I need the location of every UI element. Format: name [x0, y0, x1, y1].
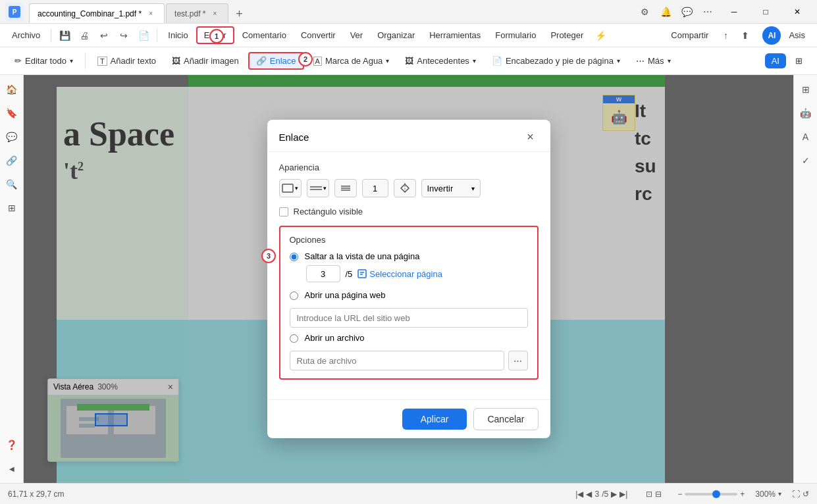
- sidebar-prev-icon[interactable]: ◀: [3, 459, 21, 478]
- link-button[interactable]: 🔗 Enlace: [248, 52, 304, 70]
- radio-file[interactable]: [290, 334, 298, 343]
- radio-file-row: Abrir un archivo: [290, 333, 528, 343]
- zoom-out-icon[interactable]: −: [677, 490, 682, 499]
- edit-all-button[interactable]: ✏ Editar todo ▾: [8, 53, 80, 68]
- menu-herramientas[interactable]: Herramientas: [423, 28, 487, 43]
- fullscreen-icon[interactable]: ⛶: [792, 490, 800, 499]
- right-sidebar: ⊞ 🤖 A ✓: [793, 75, 817, 483]
- header-footer-label: Encabezado y pie de página: [506, 56, 614, 66]
- line-style-button[interactable]: ▾: [307, 179, 329, 197]
- header-footer-button[interactable]: 📄 Encabezado y pie de página ▾: [485, 53, 627, 68]
- link-icon: 🔗: [256, 56, 267, 66]
- add-image-button[interactable]: 🖼 Añadir imagen: [165, 53, 246, 68]
- visible-rect-checkbox[interactable]: [279, 207, 288, 216]
- rotate-icon[interactable]: ↺: [803, 490, 809, 499]
- nav-last-icon[interactable]: ▶|: [619, 490, 627, 499]
- right-panel4-icon[interactable]: ✓: [797, 151, 815, 170]
- align-button[interactable]: [334, 179, 357, 197]
- apply-button[interactable]: Aplicar: [402, 409, 467, 430]
- new-icon[interactable]: 📄: [134, 26, 153, 45]
- maximize-button[interactable]: □: [751, 3, 780, 21]
- invert-select[interactable]: Invertir ▾: [421, 179, 481, 197]
- menu-compartir[interactable]: Compartir: [664, 28, 715, 43]
- svg-rect-10: [358, 270, 366, 278]
- modal-close-button[interactable]: ×: [523, 129, 539, 145]
- nav-next-icon[interactable]: ▶: [611, 490, 617, 499]
- sidebar-comment-icon[interactable]: 💬: [3, 128, 21, 146]
- undo-icon[interactable]: ↩: [95, 26, 113, 45]
- file-path-input[interactable]: [290, 351, 504, 370]
- zoom-slider[interactable]: [685, 493, 737, 495]
- right-panel2-icon[interactable]: 🤖: [797, 104, 815, 122]
- page-number-input[interactable]: [306, 265, 340, 282]
- sidebar-link-icon[interactable]: 🔗: [3, 151, 21, 170]
- color-picker-button[interactable]: [394, 179, 416, 197]
- add-text-button[interactable]: T Añadir texto: [91, 53, 163, 68]
- menu-organizar[interactable]: Organizar: [371, 28, 421, 43]
- menu-inicio[interactable]: Inicio: [161, 28, 194, 43]
- toolbar-sep-1: [85, 53, 86, 69]
- lightning-icon[interactable]: ⚡: [591, 26, 610, 45]
- menu-comentario[interactable]: Comentario: [236, 28, 293, 43]
- sidebar-search-icon[interactable]: 🔍: [3, 175, 21, 193]
- line-style-chevron: ▾: [323, 185, 327, 191]
- fit-page-icon[interactable]: ⊡: [646, 490, 652, 499]
- chat-icon[interactable]: 💬: [677, 3, 696, 21]
- radio-jump[interactable]: [290, 253, 298, 261]
- ai-icon: AI: [772, 56, 779, 66]
- invert-label: Invertir: [427, 184, 454, 193]
- menu-archivo[interactable]: Archivo: [5, 28, 47, 43]
- menu-formulario[interactable]: Formulario: [488, 28, 542, 43]
- appearance-controls: ▾ ▾ 1: [279, 179, 539, 197]
- assist-label[interactable]: Asis: [782, 28, 812, 43]
- zoom-chevron[interactable]: ▾: [778, 490, 781, 497]
- nav-first-icon[interactable]: |◀: [575, 490, 583, 499]
- tab-accounting-close[interactable]: ×: [145, 9, 156, 19]
- share2-icon[interactable]: ↑: [716, 26, 735, 45]
- close-button[interactable]: ✕: [783, 3, 812, 21]
- watermark-button[interactable]: A Marca de Agua ▾: [307, 53, 396, 68]
- right-panel3-icon[interactable]: A: [797, 128, 815, 146]
- dimensions-label: 61,71 x 29,7 cm: [8, 490, 64, 499]
- sidebar-help-icon[interactable]: ❓: [3, 436, 21, 454]
- tab-test[interactable]: test.pdf * ×: [166, 3, 228, 23]
- sidebar-home-icon[interactable]: 🏠: [3, 80, 21, 99]
- menu-proteger[interactable]: Proteger: [544, 28, 590, 43]
- ai-sidebar-button[interactable]: AI: [765, 53, 786, 68]
- settings-icon[interactable]: ⚙: [635, 3, 654, 21]
- file-browse-button[interactable]: ⋯: [508, 351, 528, 370]
- thickness-input[interactable]: 1: [362, 179, 388, 197]
- svg-text:P: P: [13, 9, 17, 16]
- notification-icon[interactable]: 🔔: [656, 3, 675, 21]
- more-button[interactable]: ⋯ Más ▾: [629, 53, 677, 68]
- zoom-level: 300%: [755, 490, 776, 499]
- edit-all-chevron: ▾: [70, 57, 73, 64]
- save-icon[interactable]: 💾: [55, 26, 74, 45]
- sidebar-layers-icon[interactable]: ⊞: [3, 199, 21, 217]
- tab-accounting[interactable]: accounting_Combinar_1.pdf * ×: [29, 3, 165, 23]
- tab-test-close[interactable]: ×: [209, 9, 220, 19]
- menu-convertir[interactable]: Convertir: [294, 28, 342, 43]
- more-icon[interactable]: ⋯: [698, 3, 717, 21]
- more-label: Más: [648, 56, 664, 66]
- print-icon[interactable]: 🖨: [75, 26, 93, 45]
- border-style-button[interactable]: ▾: [279, 179, 302, 197]
- radio-web[interactable]: [290, 291, 298, 300]
- nav-prev-icon[interactable]: ◀: [586, 490, 592, 499]
- panel-icon-button[interactable]: ⊞: [789, 53, 809, 68]
- sidebar-bookmark-icon[interactable]: 🔖: [3, 104, 21, 122]
- select-page-button[interactable]: Seleccionar página: [357, 269, 442, 279]
- cancel-button[interactable]: Cancelar: [473, 408, 538, 430]
- new-tab-button[interactable]: +: [230, 5, 248, 23]
- zoom-in-icon[interactable]: +: [740, 490, 745, 499]
- right-panel1-icon[interactable]: ⊞: [797, 80, 815, 99]
- fit-width-icon[interactable]: ⊟: [655, 490, 662, 499]
- upload-icon[interactable]: ⬆: [736, 26, 754, 45]
- redo-icon[interactable]: ↪: [115, 26, 133, 45]
- minimize-button[interactable]: ─: [720, 3, 749, 21]
- ai-assist-circle[interactable]: AI: [762, 26, 781, 45]
- status-bar: 61,71 x 29,7 cm |◀ ◀ 3 /5 ▶ ▶| ⊡ ⊟ − + 3…: [0, 483, 817, 504]
- menu-ver[interactable]: Ver: [344, 28, 370, 43]
- url-input[interactable]: [290, 308, 528, 328]
- background-button[interactable]: 🖼 Antecedentes ▾: [398, 53, 483, 68]
